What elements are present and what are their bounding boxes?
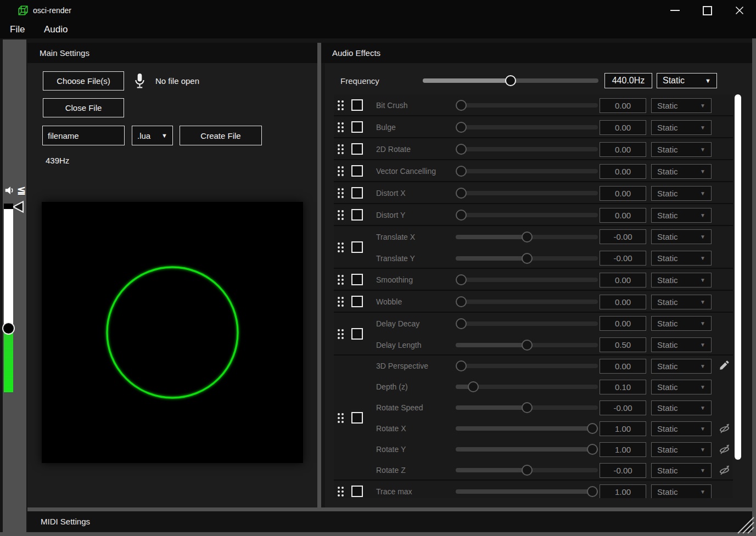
slider-thumb[interactable] [456, 100, 467, 111]
effect-checkbox[interactable] [351, 486, 363, 497]
effect-checkbox[interactable] [351, 328, 363, 340]
effect-value-box[interactable]: 0.00 [600, 295, 646, 309]
effect-mode-dropdown[interactable]: Static▼ [651, 463, 712, 478]
pencil-icon[interactable] [718, 359, 731, 373]
frequency-slider[interactable] [423, 75, 598, 86]
effect-slider[interactable] [456, 486, 598, 497]
effect-mode-dropdown[interactable]: Static▼ [651, 380, 712, 394]
menu-file[interactable]: File [10, 24, 25, 35]
effect-checkbox[interactable] [351, 241, 363, 253]
effect-slider[interactable] [456, 210, 598, 221]
effect-slider[interactable] [456, 423, 598, 434]
effect-slider[interactable] [456, 166, 598, 177]
minimize-button[interactable] [662, 0, 687, 21]
effect-mode-dropdown[interactable]: Static▼ [651, 400, 712, 415]
volume-thumb[interactable] [2, 322, 15, 335]
slider-thumb[interactable] [522, 232, 533, 242]
effect-checkbox[interactable] [351, 209, 363, 221]
drag-handle-icon[interactable] [338, 166, 344, 176]
effect-checkbox[interactable] [351, 143, 363, 155]
slider-thumb[interactable] [587, 444, 598, 455]
effect-mode-dropdown[interactable]: Static▼ [651, 295, 712, 309]
drag-handle-icon[interactable] [338, 487, 344, 496]
rotate-axis-icon[interactable] [718, 464, 731, 477]
effect-slider[interactable] [456, 381, 598, 392]
volume-slider[interactable] [4, 204, 13, 392]
slider-thumb[interactable] [522, 402, 533, 413]
effect-mode-dropdown[interactable]: Static▼ [651, 142, 712, 157]
frequency-thumb[interactable] [505, 75, 516, 86]
effect-value-box[interactable]: 0.00 [600, 142, 646, 157]
slider-thumb[interactable] [522, 253, 533, 264]
drag-handle-icon[interactable] [338, 275, 344, 285]
panel-splitter-horizontal[interactable] [27, 507, 752, 511]
slider-thumb[interactable] [587, 423, 598, 434]
effect-value-box[interactable]: -0.00 [600, 463, 646, 478]
effect-mode-dropdown[interactable]: Static▼ [651, 484, 712, 499]
volume-marker-icon[interactable] [12, 200, 25, 213]
effect-slider[interactable] [456, 296, 598, 307]
effect-checkbox[interactable] [351, 296, 363, 307]
effect-mode-dropdown[interactable]: Static▼ [651, 208, 712, 223]
rotate-axis-icon[interactable] [718, 422, 731, 435]
effect-value-box[interactable]: 1.00 [600, 484, 646, 499]
effect-value-box[interactable]: 1.00 [600, 421, 646, 436]
effect-value-box[interactable]: 0.10 [600, 380, 646, 394]
effect-value-box[interactable]: 0.00 [600, 186, 646, 201]
slider-thumb[interactable] [456, 166, 467, 177]
drag-handle-icon[interactable] [338, 122, 344, 132]
effect-mode-dropdown[interactable]: Static▼ [651, 359, 712, 374]
slider-thumb[interactable] [522, 465, 533, 476]
panel-splitter-vertical[interactable] [317, 43, 321, 507]
choose-files-button[interactable]: Choose File(s) [43, 71, 124, 91]
resize-grip-icon[interactable] [737, 516, 755, 534]
slider-thumb[interactable] [587, 486, 598, 497]
effect-value-box[interactable]: -0.00 [600, 400, 646, 415]
effect-slider[interactable] [456, 232, 598, 242]
effect-slider[interactable] [456, 360, 598, 371]
filename-input[interactable]: filename [42, 126, 125, 145]
effect-value-box[interactable]: 1.00 [600, 442, 646, 457]
slider-thumb[interactable] [456, 318, 467, 329]
slider-thumb[interactable] [456, 144, 467, 155]
effect-checkbox[interactable] [351, 274, 363, 285]
effect-mode-dropdown[interactable]: Static▼ [651, 442, 712, 457]
effect-mode-dropdown[interactable]: Static▼ [651, 164, 712, 179]
drag-handle-icon[interactable] [338, 210, 344, 220]
slider-thumb[interactable] [456, 296, 467, 307]
effect-checkbox[interactable] [351, 187, 363, 199]
drag-handle-icon[interactable] [338, 329, 344, 339]
effect-slider[interactable] [456, 144, 598, 155]
close-file-button[interactable]: Close File [43, 98, 124, 117]
effect-slider[interactable] [456, 253, 598, 264]
effect-mode-dropdown[interactable]: Static▼ [651, 316, 712, 331]
microphone-icon[interactable] [133, 72, 146, 89]
effect-mode-dropdown[interactable]: Static▼ [651, 273, 712, 287]
effect-checkbox[interactable] [351, 99, 363, 111]
maximize-button[interactable] [695, 0, 720, 21]
effect-value-box[interactable]: 0.00 [600, 120, 646, 135]
effect-value-box[interactable]: 0.00 [600, 208, 646, 223]
slider-thumb[interactable] [456, 274, 467, 285]
effect-slider[interactable] [456, 402, 598, 413]
effect-value-box[interactable]: 0.00 [600, 273, 646, 287]
effect-checkbox[interactable] [351, 121, 363, 133]
effect-slider[interactable] [456, 340, 598, 351]
effect-value-box[interactable]: 0.00 [600, 316, 646, 331]
effect-value-box[interactable]: 0.50 [600, 337, 646, 352]
effect-slider[interactable] [456, 274, 598, 285]
effects-scrollbar[interactable] [735, 94, 741, 460]
effect-value-box[interactable]: -0.00 [600, 229, 646, 244]
midi-settings-panel[interactable]: MIDI Settings [27, 511, 752, 532]
effect-mode-dropdown[interactable]: Static▼ [651, 229, 712, 244]
effect-slider[interactable] [456, 122, 598, 133]
slider-thumb[interactable] [468, 381, 479, 392]
effect-mode-dropdown[interactable]: Static▼ [651, 98, 712, 113]
effect-slider[interactable] [456, 100, 598, 111]
effect-value-box[interactable]: 0.00 [600, 98, 646, 113]
effect-value-box[interactable]: 0.00 [600, 359, 646, 374]
effect-mode-dropdown[interactable]: Static▼ [651, 186, 712, 201]
effect-checkbox[interactable] [351, 412, 363, 424]
rotate-axis-icon[interactable] [718, 443, 731, 456]
slider-thumb[interactable] [456, 122, 467, 133]
